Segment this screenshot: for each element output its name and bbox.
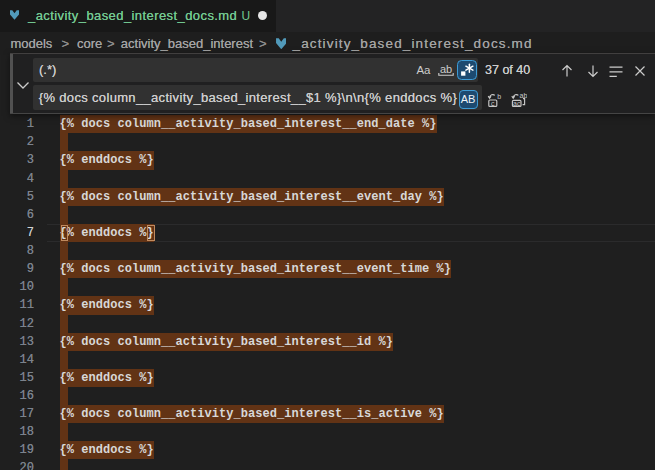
svg-text:ac: ac xyxy=(513,100,521,107)
svg-text:c: c xyxy=(491,100,495,107)
svg-text:ab: ab xyxy=(439,63,451,75)
svg-text:b: b xyxy=(497,93,501,100)
svg-text:ab: ab xyxy=(520,92,527,99)
